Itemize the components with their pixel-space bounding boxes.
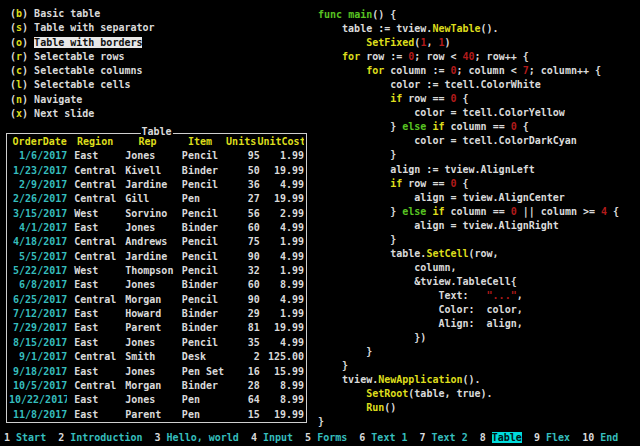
table-cell: 1.99 [260, 307, 304, 321]
table-row: 10/5/2017CentralMorganBinder288.99 [9, 379, 304, 393]
table-cell: 75 [229, 235, 260, 249]
status-slide-4[interactable]: 4 Input [251, 432, 293, 443]
code-token: || column >= [517, 206, 601, 217]
code-token: } [318, 346, 372, 357]
table-cell: Pencil [178, 207, 229, 221]
status-slide-9[interactable]: 9 Flex [534, 432, 570, 443]
table-header-cell: Item [175, 135, 225, 149]
menu-item-c[interactable]: (c) Selectable columns [10, 64, 155, 78]
table-cell: West [67, 264, 121, 278]
status-slide-8[interactable]: 8 Table [480, 432, 522, 443]
table-cell: Andrews [121, 235, 178, 249]
table-cell: 2/26/2017 [9, 192, 67, 206]
code-token: align = tview.AlignCenter [318, 192, 565, 203]
code-token: } [318, 121, 402, 132]
slide-number: 7 [420, 432, 432, 443]
menu-item-r[interactable]: (r) Selectable rows [10, 50, 155, 64]
code-token: align := tview.AlignLeft [318, 164, 535, 175]
table-row: 1/6/2017EastJonesPencil951.99 [9, 149, 304, 163]
table-cell: Central [67, 192, 121, 206]
code-token: () { [372, 9, 396, 20]
menu-item-x[interactable]: (x) Next slide [10, 107, 155, 121]
table-cell: Binder [178, 379, 229, 393]
code-token: else [402, 121, 426, 132]
table-cell: East [67, 365, 121, 379]
code-token [318, 51, 342, 62]
table-cell: 4/18/2017 [9, 235, 67, 249]
code-line: } [318, 345, 619, 359]
table-cell: Pencil [178, 293, 229, 307]
code-token: NewTable [432, 23, 480, 34]
table-cell: 81 [229, 321, 260, 335]
table-cell: Sorvino [121, 207, 178, 221]
code-token: func [318, 9, 342, 20]
table-row: 10/22/2017EastJonesPen648.99 [9, 393, 304, 407]
slide-label: Hello, world [167, 432, 239, 443]
menu-item-n[interactable]: (n) Navigate [10, 93, 155, 107]
code-line: Align: align, [318, 317, 619, 331]
status-slide-5[interactable]: 5 Forms [305, 432, 347, 443]
menu-item-label: Basic table [34, 8, 100, 19]
status-slide-1[interactable]: 1 Start [4, 432, 46, 443]
menu-item-label: Table with separator [34, 22, 154, 33]
menu-item-label: Navigate [34, 94, 82, 105]
status-slide-7[interactable]: 7 Text 2 [420, 432, 468, 443]
table-cell: Pencil [178, 250, 229, 264]
table-cell: 16 [229, 365, 260, 379]
table-cell: 90 [229, 293, 260, 307]
table-cell: Jones [121, 336, 178, 350]
table-cell: 15.99 [260, 365, 304, 379]
table-row: 1/23/2017CentralKivellBinder5019.99 [9, 164, 304, 178]
table-cell: 19.99 [260, 321, 304, 335]
status-slide-6[interactable]: 6 Text 1 [359, 432, 407, 443]
table-cell: 8.99 [260, 278, 304, 292]
slide-label: Introduction [70, 432, 142, 443]
table-header-row: OrderDateRegionRepItemUnitsUnitCost [9, 135, 304, 149]
table-cell: 11/8/2017 [9, 408, 67, 422]
menu-key-paren: ) [22, 94, 34, 105]
status-slide-10[interactable]: 10 End [582, 432, 618, 443]
menu-item-b[interactable]: (b) Basic table [10, 7, 155, 21]
code-token: Color: color, [318, 304, 523, 315]
table-row: 2/9/2017CentralJardinePencil364.99 [9, 178, 304, 192]
code-token: align = tview.AlignRight [318, 220, 559, 231]
table-cell: 32 [229, 264, 260, 278]
code-line: } [318, 233, 619, 247]
table-cell: 7/12/2017 [9, 307, 67, 321]
table-cell: Smith [121, 350, 178, 364]
menu-item-l[interactable]: (l) Selectable cells [10, 78, 155, 92]
status-slide-3[interactable]: 3 Hello, world [155, 432, 239, 443]
code-token: { [457, 178, 469, 189]
table-cell: Morgan [121, 293, 178, 307]
table-cell: 19.99 [260, 192, 304, 206]
menu-item-o[interactable]: (o) Table with borders [10, 36, 155, 50]
status-slide-2[interactable]: 2 Introduction [58, 432, 142, 443]
menu-item-s[interactable]: (s) Table with separator [10, 21, 155, 35]
code-token [318, 93, 390, 104]
table-row: 5/22/2017WestThompsonPencil321.99 [9, 264, 304, 278]
table-cell: Gill [121, 192, 178, 206]
table-cell: Thompson [121, 264, 178, 278]
code-line: if row == 0 { [318, 92, 619, 106]
table-cell: 15 [229, 408, 260, 422]
code-token: SetCell [426, 248, 468, 259]
code-line: } [318, 148, 619, 162]
table-cell: 10/5/2017 [9, 379, 67, 393]
table-cell: Binder [178, 221, 229, 235]
slide-label: Flex [546, 432, 570, 443]
table-cell: Jardine [121, 178, 178, 192]
code-panel: func main() { table := tview.NewTable().… [318, 8, 619, 429]
table-cell: Central [67, 350, 121, 364]
table-cell: Jones [121, 365, 178, 379]
table-cell: Binder [178, 307, 229, 321]
table-cell: 4.99 [260, 178, 304, 192]
table-cell: 56 [229, 207, 260, 221]
code-token: (). [481, 23, 499, 34]
code-token: { [457, 93, 469, 104]
table-cell: Pencil [178, 178, 229, 192]
table-row: 8/15/2017EastJonesPencil354.99 [9, 336, 304, 350]
table-cell: 50 [229, 164, 260, 178]
table-cell: Binder [178, 321, 229, 335]
slide-number: 6 [359, 432, 371, 443]
code-token: ; column++ { [529, 65, 601, 76]
